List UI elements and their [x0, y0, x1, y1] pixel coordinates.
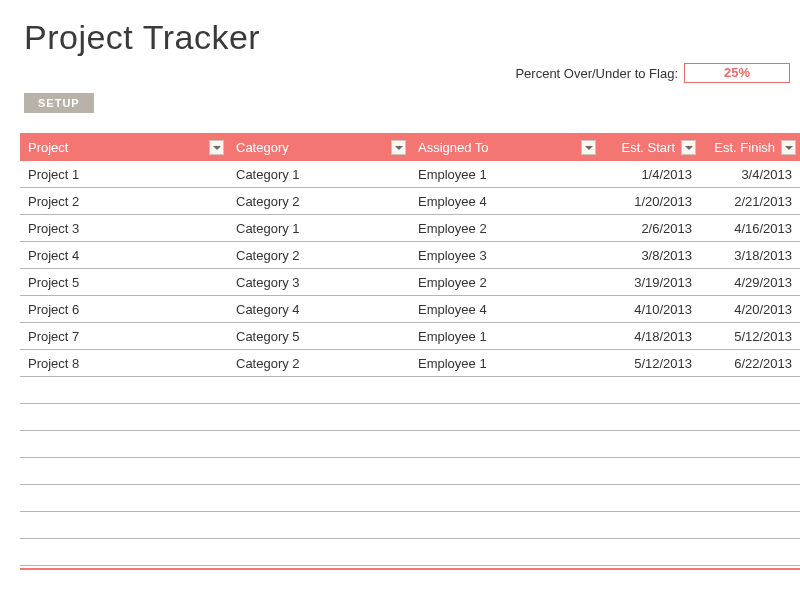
cell-est-start[interactable]: 1/20/2013	[600, 194, 700, 209]
cell-est-start[interactable]: 2/6/2013	[600, 221, 700, 236]
cell-project[interactable]: Project 1	[20, 167, 228, 182]
table-row[interactable]: Project 2Category 2Employee 41/20/20132/…	[20, 188, 800, 215]
flag-value-input[interactable]: 25%	[684, 63, 790, 83]
table-header-row: Project Category Assigned To Est. Start …	[20, 133, 800, 161]
cell-project[interactable]: Project 7	[20, 329, 228, 344]
empty-row[interactable]	[20, 512, 800, 539]
cell-est-finish[interactable]: 4/16/2013	[700, 221, 800, 236]
column-label: Assigned To	[418, 140, 489, 155]
cell-assigned[interactable]: Employee 1	[410, 356, 600, 371]
cell-category[interactable]: Category 1	[228, 221, 410, 236]
cell-est-finish[interactable]: 2/21/2013	[700, 194, 800, 209]
cell-est-start[interactable]: 3/19/2013	[600, 275, 700, 290]
cell-est-finish[interactable]: 4/29/2013	[700, 275, 800, 290]
cell-assigned[interactable]: Employee 1	[410, 329, 600, 344]
cell-assigned[interactable]: Employee 2	[410, 275, 600, 290]
column-header-category[interactable]: Category	[228, 133, 410, 161]
cell-est-finish[interactable]: 3/4/2013	[700, 167, 800, 182]
cell-project[interactable]: Project 3	[20, 221, 228, 236]
table-row[interactable]: Project 6Category 4Employee 44/10/20134/…	[20, 296, 800, 323]
cell-assigned[interactable]: Employee 4	[410, 302, 600, 317]
cell-project[interactable]: Project 2	[20, 194, 228, 209]
empty-row[interactable]	[20, 485, 800, 512]
empty-row[interactable]	[20, 431, 800, 458]
cell-est-start[interactable]: 3/8/2013	[600, 248, 700, 263]
page-title: Project Tracker	[0, 0, 800, 57]
cell-category[interactable]: Category 2	[228, 194, 410, 209]
column-label: Category	[236, 140, 289, 155]
table-row[interactable]: Project 7Category 5Employee 14/18/20135/…	[20, 323, 800, 350]
empty-row[interactable]	[20, 377, 800, 404]
cell-project[interactable]: Project 8	[20, 356, 228, 371]
cell-project[interactable]: Project 4	[20, 248, 228, 263]
table-row[interactable]: Project 8Category 2Employee 15/12/20136/…	[20, 350, 800, 377]
column-label: Est. Start	[608, 140, 675, 155]
setup-button[interactable]: SETUP	[24, 93, 94, 113]
cell-est-start[interactable]: 1/4/2013	[600, 167, 700, 182]
flag-label: Percent Over/Under to Flag:	[515, 66, 678, 81]
project-table: Project Category Assigned To Est. Start …	[20, 133, 800, 570]
cell-est-finish[interactable]: 3/18/2013	[700, 248, 800, 263]
filter-dropdown-icon[interactable]	[209, 140, 224, 155]
flag-row: Percent Over/Under to Flag: 25%	[0, 57, 800, 83]
column-header-assigned[interactable]: Assigned To	[410, 133, 600, 161]
cell-project[interactable]: Project 6	[20, 302, 228, 317]
cell-category[interactable]: Category 2	[228, 248, 410, 263]
cell-project[interactable]: Project 5	[20, 275, 228, 290]
cell-assigned[interactable]: Employee 4	[410, 194, 600, 209]
empty-row[interactable]	[20, 404, 800, 431]
column-header-project[interactable]: Project	[20, 133, 228, 161]
empty-row[interactable]	[20, 458, 800, 485]
filter-dropdown-icon[interactable]	[581, 140, 596, 155]
empty-row[interactable]	[20, 539, 800, 566]
table-bottom-border	[20, 568, 800, 570]
table-row[interactable]: Project 3Category 1Employee 22/6/20134/1…	[20, 215, 800, 242]
cell-est-finish[interactable]: 5/12/2013	[700, 329, 800, 344]
cell-est-start[interactable]: 4/10/2013	[600, 302, 700, 317]
column-label: Project	[28, 140, 68, 155]
column-label: Est. Finish	[708, 140, 775, 155]
column-header-est-start[interactable]: Est. Start	[600, 133, 700, 161]
cell-assigned[interactable]: Employee 1	[410, 167, 600, 182]
cell-est-start[interactable]: 5/12/2013	[600, 356, 700, 371]
cell-est-finish[interactable]: 6/22/2013	[700, 356, 800, 371]
table-row[interactable]: Project 1Category 1Employee 11/4/20133/4…	[20, 161, 800, 188]
cell-est-finish[interactable]: 4/20/2013	[700, 302, 800, 317]
column-header-est-finish[interactable]: Est. Finish	[700, 133, 800, 161]
cell-category[interactable]: Category 2	[228, 356, 410, 371]
cell-assigned[interactable]: Employee 3	[410, 248, 600, 263]
cell-category[interactable]: Category 1	[228, 167, 410, 182]
cell-est-start[interactable]: 4/18/2013	[600, 329, 700, 344]
table-row[interactable]: Project 5Category 3Employee 23/19/20134/…	[20, 269, 800, 296]
filter-dropdown-icon[interactable]	[781, 140, 796, 155]
cell-category[interactable]: Category 3	[228, 275, 410, 290]
filter-dropdown-icon[interactable]	[681, 140, 696, 155]
cell-category[interactable]: Category 5	[228, 329, 410, 344]
cell-category[interactable]: Category 4	[228, 302, 410, 317]
cell-assigned[interactable]: Employee 2	[410, 221, 600, 236]
filter-dropdown-icon[interactable]	[391, 140, 406, 155]
table-row[interactable]: Project 4Category 2Employee 33/8/20133/1…	[20, 242, 800, 269]
